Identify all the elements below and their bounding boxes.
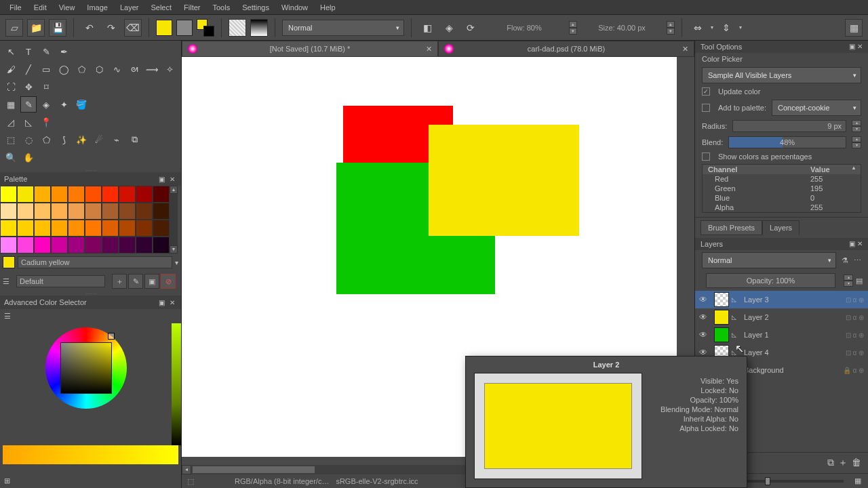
selector-menu-icon[interactable]: ☰ [4,312,11,320]
palette-preset-select[interactable]: Default [16,275,105,287]
layer-visible-icon[interactable]: 👁 [699,330,711,340]
crop-tool-icon[interactable]: ⌑ [38,79,54,95]
layer-visible-icon[interactable]: 👁 [699,295,711,304]
pattern-swatch[interactable] [229,19,246,37]
palette-color[interactable] [68,186,85,203]
palette-edit-button[interactable]: ✎ [128,274,143,289]
save-file-button[interactable]: 💾 [49,19,66,37]
menu-settings[interactable]: Settings [237,2,275,13]
palette-color[interactable] [119,220,136,237]
smart-fill-tool-icon[interactable]: ✦ [56,96,72,113]
menu-select[interactable]: Select [145,2,177,13]
size-spinner[interactable]: ▴▾ [667,21,675,35]
bezier-select-tool-icon[interactable]: ⌁ [108,131,125,148]
fill-tool-icon[interactable]: 🪣 [73,96,90,113]
blend-mode-dropdown[interactable]: Normal [282,20,404,36]
selector-float-icon[interactable]: ▣ [157,298,166,307]
layer-dup-button[interactable]: ⧉ [827,457,834,469]
color-picker-tool-icon[interactable]: ✎ [20,96,37,113]
palette-color[interactable] [34,237,51,253]
assist-tool-icon[interactable]: ◿ [3,114,19,130]
palette-color[interactable] [102,237,119,253]
selector-close-icon[interactable]: ✕ [167,298,177,307]
palette-color[interactable] [119,203,136,220]
palette-color[interactable] [51,186,68,203]
lasso-select-tool-icon[interactable]: ⟆ [56,131,72,148]
palette-color-name[interactable]: Cadium yellow [18,256,172,268]
palette-color[interactable] [136,237,153,253]
blend-spinner[interactable]: ▴▾ [852,136,861,148]
opacity-spinner[interactable]: ▴▾ [844,274,853,287]
palette-color[interactable] [51,220,68,237]
palette-scroll[interactable]: ▴▾ [170,186,178,253]
menu-tools[interactable]: Tools [208,2,236,13]
polygon-tool-icon[interactable]: ⬠ [73,61,90,77]
palette-color[interactable] [136,203,153,220]
palette-color[interactable] [102,203,119,220]
gradient-tool-icon[interactable]: ▦ [3,96,19,113]
menu-layer[interactable]: Layer [115,2,144,13]
palette-color[interactable] [34,203,51,220]
palette-grid[interactable] [0,186,170,253]
palette-color[interactable] [34,220,51,237]
alpha-lock-toggle[interactable]: ◈ [440,19,458,37]
line-tool-icon[interactable]: ╱ [20,61,37,77]
palette-color[interactable] [0,237,17,253]
edit-shape-tool-icon[interactable]: ✎ [38,43,54,60]
background-color-swatch[interactable] [176,20,193,36]
menu-image[interactable]: Image [81,2,113,13]
magnet-select-tool-icon[interactable]: ⧉ [126,131,142,148]
layer-menu-icon[interactable]: ⋯ [854,256,861,265]
palette-save-button[interactable]: ▣ [144,274,159,289]
radius-spinner[interactable]: ▴▾ [852,120,861,132]
pattern-tool-icon[interactable]: ◈ [38,96,54,113]
eraser-toggle[interactable]: ◧ [418,19,436,37]
layer-row[interactable]: 👁◺Layer 3⊡ α ⊕ [695,291,868,308]
doc-tab-2[interactable]: carl-dad.psd (78.0 MiB) ✕ [438,41,694,57]
freehand-tool-icon[interactable]: ᘛ [126,61,142,77]
pan-tool-icon[interactable]: ✋ [20,149,37,165]
layer-opacity-slider[interactable]: Opacity: 100% [706,273,835,288]
menu-view[interactable]: View [54,2,81,13]
menu-file[interactable]: File [4,2,27,13]
similar-select-tool-icon[interactable]: ☄ [91,131,107,148]
brush-tool-icon[interactable]: 🖌 [3,61,19,77]
palette-list-icon[interactable]: ☰ [3,277,12,286]
layer-visible-icon[interactable]: 👁 [699,312,711,322]
palette-color[interactable] [153,237,170,253]
mirror-h-button[interactable]: ⇔ [689,19,707,37]
transform-tool-icon[interactable]: ⛶ [3,79,19,95]
layer-add-button[interactable]: ＋ [838,457,848,469]
palette-float-icon[interactable]: ▣ [157,174,166,184]
palette-color[interactable] [51,237,68,253]
brush-presets-tab[interactable]: Brush Presets [701,220,762,235]
palette-color[interactable] [17,186,34,203]
menu-window[interactable]: Window [276,2,313,13]
palette-color[interactable] [34,186,51,203]
poly-select-tool-icon[interactable]: ⬠ [38,131,54,148]
add-palette-checkbox[interactable] [702,104,710,112]
layer-delete-button[interactable]: 🗑 [852,457,861,469]
ellipse-select-tool-icon[interactable]: ◌ [20,131,37,148]
layer-row[interactable]: 👁◺Layer 1⊡ α ⊕ [695,326,868,344]
palette-delete-button[interactable]: ⊘ [161,274,176,289]
new-file-button[interactable]: ▱ [5,19,23,37]
color-wheel[interactable] [0,323,181,445]
palette-color[interactable] [153,203,170,220]
layer-row[interactable]: 👁◺Layer 2⊡ α ⊕ [695,308,868,326]
selector-opts-icon[interactable]: ⊞ [4,476,10,485]
palette-color[interactable] [85,220,102,237]
tool-options-close-icon[interactable]: ▣ ✕ [849,43,863,51]
ref-tool-icon[interactable]: 📍 [38,114,54,130]
opacity-menu-icon[interactable]: ▤ [856,277,863,285]
palette-color[interactable] [102,220,119,237]
palette-color[interactable] [153,220,170,237]
palette-add-button[interactable]: ＋ [112,274,127,289]
bg-mini-swatch[interactable] [203,26,214,37]
doc-tab-1-close[interactable]: ✕ [426,45,432,54]
palette-color[interactable] [102,186,119,203]
palette-color[interactable] [85,237,102,253]
dyna-tool-icon[interactable]: ⟿ [144,61,160,77]
flow-spinner[interactable]: ▴▾ [569,21,577,35]
menu-filter[interactable]: Filter [178,2,205,13]
